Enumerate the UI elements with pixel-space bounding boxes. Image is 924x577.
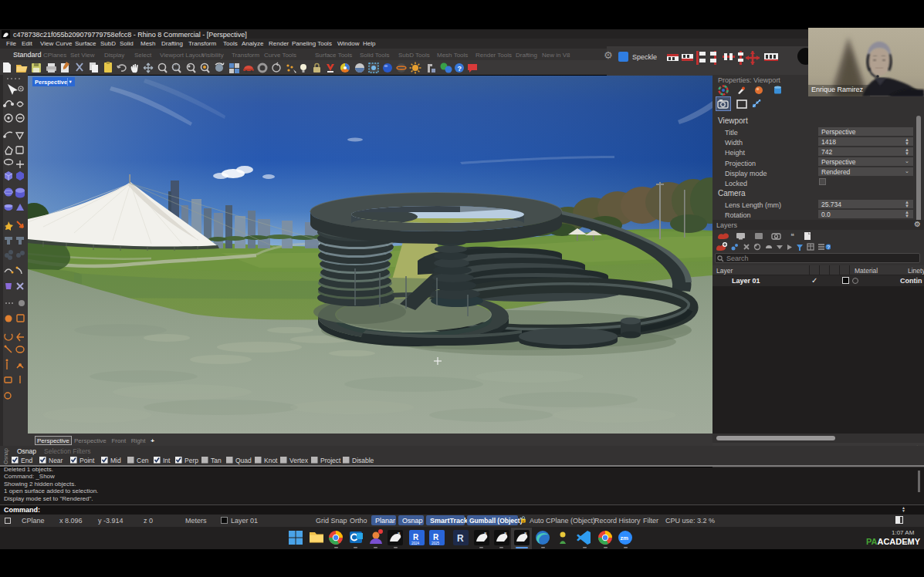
svg-text:End: End <box>21 457 32 464</box>
svg-text:Perp: Perp <box>184 457 198 464</box>
svg-text:Cen: Cen <box>137 457 149 464</box>
svg-text:Knot: Knot <box>264 457 278 464</box>
svg-text:Tan: Tan <box>211 457 222 464</box>
svg-text:Near: Near <box>49 457 63 464</box>
svg-text:Quad: Quad <box>235 457 252 464</box>
svg-text:R: R <box>457 533 464 544</box>
svg-text:?: ? <box>827 245 830 250</box>
svg-text:zm: zm <box>621 535 629 542</box>
svg-text:❝: ❝ <box>790 232 794 240</box>
svg-text:2024: 2024 <box>411 542 420 545</box>
svg-text:Disable: Disable <box>352 457 374 464</box>
svg-text:Int: Int <box>163 457 171 464</box>
svg-text:Project: Project <box>320 457 341 464</box>
svg-text:2025: 2025 <box>432 542 440 545</box>
svg-text:Vertex: Vertex <box>289 457 309 464</box>
svg-text:Mid: Mid <box>110 457 121 464</box>
svg-text:R: R <box>433 533 439 542</box>
svg-text:Point: Point <box>80 457 95 464</box>
svg-text:?: ? <box>458 65 462 73</box>
svg-text:R: R <box>413 533 419 542</box>
